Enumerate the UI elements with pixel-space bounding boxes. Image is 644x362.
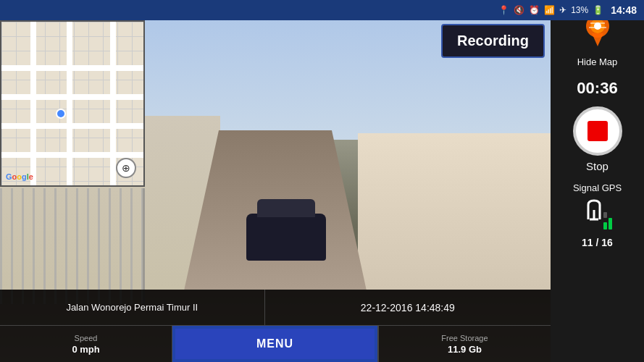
speed-cell: Speed 0 mph: [0, 326, 172, 362]
timer-display: 00:36: [577, 79, 617, 98]
right-panel: Hide Map 00:36 Stop Signal GPS 11 / 16: [551, 0, 644, 362]
gps-signal-icon: [580, 199, 616, 234]
map-overlay: ⊕ Google: [0, 20, 145, 187]
building-right: [358, 133, 551, 304]
mute-icon: 🔇: [514, 5, 524, 15]
speed-info: Speed 0 mph: [72, 334, 99, 355]
speed-value: 0 mph: [72, 344, 99, 355]
map-road: [1, 123, 143, 129]
signal-gps-label: Signal GPS: [573, 182, 622, 193]
storage-cell: Free Storage 11.9 Gb: [378, 326, 551, 362]
menu-button[interactable]: MENU: [175, 329, 375, 359]
alarm-icon: ⏰: [529, 5, 540, 15]
battery-icon: 🔋: [593, 5, 603, 15]
bottom-top-row: Jalan Wonorejo Permai Timur II 22-12-201…: [0, 290, 551, 326]
storage-info: Free Storage 11.9 Gb: [441, 334, 488, 355]
gps-count: 11 / 16: [582, 237, 613, 248]
bottom-bottom-row: Speed 0 mph MENU Free Storage 11.9 Gb: [0, 326, 551, 362]
stop-icon: [587, 121, 608, 141]
svg-rect-12: [603, 212, 607, 218]
street-name-cell: Jalan Wonorejo Permai Timur II: [0, 290, 265, 325]
street-name: Jalan Wonorejo Permai Timur II: [66, 302, 198, 313]
free-storage-label: Free Storage: [441, 334, 488, 342]
google-logo: Google: [6, 172, 33, 181]
menu-cell[interactable]: MENU: [172, 326, 378, 362]
stop-button[interactable]: [573, 106, 622, 156]
status-bar: 📍 🔇 ⏰ 📶 ✈ 13% 🔋 14:48: [0, 0, 644, 20]
location-icon: 📍: [498, 5, 509, 15]
svg-marker-3: [592, 33, 603, 46]
svg-rect-11: [609, 218, 612, 230]
recording-badge: Recording: [441, 24, 545, 58]
map-road: [30, 22, 36, 185]
map-road: [67, 22, 72, 185]
datetime-cell: 22-12-2016 14:48:49: [265, 290, 551, 325]
hide-map-button[interactable]: Hide Map: [577, 56, 618, 67]
map-road: [1, 65, 143, 71]
fence: [0, 188, 145, 304]
recording-label: Recording: [457, 33, 529, 49]
svg-rect-10: [603, 222, 607, 230]
stop-label: Stop: [586, 160, 609, 172]
map-road: [110, 22, 116, 185]
free-storage-value: 11.9 Gb: [448, 344, 482, 355]
map-road: [1, 152, 143, 158]
map-road: [1, 94, 143, 100]
gps-position-dot: [56, 109, 66, 119]
battery-text: 13%: [571, 5, 588, 15]
car: [246, 214, 326, 261]
clock-display: 14:48: [611, 4, 637, 16]
datetime-display: 22-12-2016 14:48:49: [361, 302, 455, 313]
compass[interactable]: ⊕: [116, 158, 136, 178]
speed-label: Speed: [75, 334, 98, 342]
airplane-icon: ✈: [559, 5, 566, 15]
bottom-bar: Jalan Wonorejo Permai Timur II 22-12-201…: [0, 290, 551, 362]
wifi-icon: 📶: [544, 5, 555, 15]
gps-antenna-svg: [580, 199, 616, 234]
